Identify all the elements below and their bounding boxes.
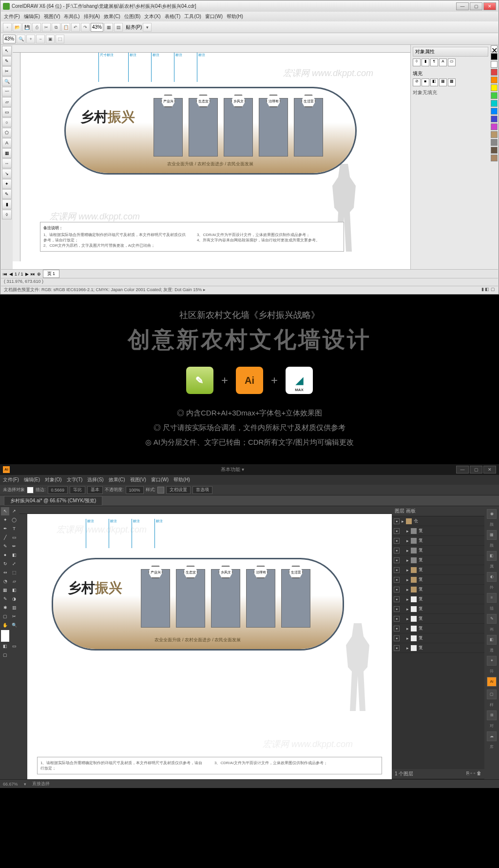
properties-panel-icon[interactable]: ◧ (487, 551, 497, 561)
visibility-icon[interactable]: ● (394, 635, 400, 641)
color-swatch[interactable] (491, 116, 498, 122)
frame-icon[interactable]: ▭ (448, 59, 456, 66)
color-mode-icon[interactable]: ◧ (1, 642, 9, 651)
perspective-icon[interactable]: ▱ (10, 577, 19, 586)
crop-tool-icon[interactable]: ✂ (2, 66, 12, 76)
layer-row[interactable]: ●▸复 (392, 565, 484, 575)
layer-row[interactable]: ●▸复 (392, 594, 484, 604)
save-icon[interactable]: 💾 (22, 23, 31, 32)
menu-item[interactable]: 帮助(H) (173, 476, 190, 483)
undo-icon[interactable]: ↶ (71, 23, 80, 32)
paste-icon[interactable]: 📋 (61, 23, 70, 32)
menu-item[interactable]: 视图(V) (44, 13, 60, 20)
layer-actions[interactable]: ⎘ ▫ ▫ 🗑 (466, 770, 481, 777)
visibility-icon[interactable]: ● (394, 557, 400, 563)
color-swatch[interactable] (491, 147, 498, 154)
eraser-tool-icon[interactable]: ◧ (10, 551, 19, 559)
solid-icon[interactable]: ■ (422, 79, 429, 86)
libraries-panel-icon[interactable]: ☁ (487, 731, 497, 741)
fit-icon[interactable]: ▣ (46, 35, 55, 43)
fit-page-icon[interactable]: ⬚ (56, 35, 64, 43)
cut-icon[interactable]: ✂ (42, 23, 51, 32)
menu-item[interactable]: 帮助(H) (227, 13, 243, 20)
brush-select[interactable]: 基本 (87, 486, 103, 494)
menu-item[interactable]: 对象(O) (45, 476, 61, 483)
visibility-icon[interactable]: ● (394, 518, 400, 524)
new-icon[interactable]: ▫ (3, 23, 12, 32)
tb-icon[interactable]: ▤ (114, 23, 123, 32)
color-swatch[interactable] (491, 123, 498, 130)
menu-item[interactable]: 文件(F) (3, 476, 19, 483)
color-panel-icon[interactable]: ◉ (487, 509, 497, 519)
char-icon[interactable]: A (439, 59, 447, 66)
color-swatch[interactable] (491, 84, 498, 91)
freehand-tool-icon[interactable]: 〰 (2, 87, 12, 97)
lasso-tool-icon[interactable]: ◯ (10, 516, 19, 524)
zoom-in-icon[interactable]: + (26, 35, 35, 43)
snap-label[interactable]: 贴齐(P) (126, 24, 142, 31)
tb-icon[interactable]: ▦ (104, 23, 113, 32)
minimize-button[interactable]: — (456, 2, 469, 10)
open-icon[interactable]: 📂 (13, 23, 21, 32)
zoom-out-icon[interactable]: − (36, 35, 45, 43)
opacity-input[interactable]: 100% (126, 486, 144, 494)
close-button[interactable]: ✕ (483, 2, 496, 10)
menu-item[interactable]: 选择(S) (87, 476, 103, 483)
zoom-tool-icon[interactable]: 🔍 (10, 621, 19, 630)
layer-row[interactable]: ●▸复 (392, 536, 484, 546)
brushes-panel-icon[interactable]: ✎ (487, 614, 497, 624)
symbols-panel-icon[interactable]: ✦ (487, 656, 497, 666)
menu-item[interactable]: 视图(V) (130, 476, 146, 483)
workspace-switcher[interactable]: 基本功能 ▾ (221, 466, 244, 473)
outline-icon[interactable]: ◊ (413, 59, 421, 66)
slice-tool-icon[interactable]: ✂ (10, 612, 19, 621)
zoom-icon[interactable]: 🔍 (17, 35, 25, 43)
type-tool-icon[interactable]: T (10, 525, 19, 533)
polygon-tool-icon[interactable]: ⬠ (2, 128, 12, 138)
stroke-weight-input[interactable]: 0.5669 (48, 486, 68, 494)
nav-last-icon[interactable]: ⏭ (31, 272, 35, 276)
zoom-readout[interactable]: 66.67% (3, 782, 18, 787)
layer-row[interactable]: ●▸仓 (392, 516, 484, 526)
texture-icon[interactable]: ▩ (448, 79, 456, 86)
minimize-button[interactable]: — (456, 466, 469, 473)
pattern-icon[interactable]: ▦ (439, 79, 447, 86)
color-swatch[interactable] (491, 77, 498, 83)
appearance-panel-icon[interactable]: ◐ (487, 572, 497, 582)
doc-setup-button[interactable]: 文档设置 (166, 486, 191, 494)
para-icon[interactable]: ¶ (430, 59, 438, 66)
maximize-button[interactable]: ▢ (470, 466, 482, 473)
layer-row[interactable]: ●▸复 (392, 643, 484, 653)
color-swatch[interactable] (491, 108, 498, 115)
menu-item[interactable]: 编辑(E) (24, 476, 40, 483)
visibility-icon[interactable]: ● (394, 616, 400, 622)
eyedropper-icon[interactable]: ✎ (1, 595, 9, 603)
menu-item[interactable]: 文件(F) (4, 13, 20, 20)
screen-mode-icon[interactable]: ▢ (1, 651, 9, 659)
magic-wand-icon[interactable]: ✦ (1, 516, 9, 524)
design-artwork[interactable]: 乡村振兴 产业兴旺 生态宜居 乡风文明 治理有效 生活富裕 农业全面升级 / 农… (64, 87, 357, 175)
visibility-icon[interactable]: ● (394, 577, 400, 583)
visibility-icon[interactable]: ● (394, 567, 400, 573)
visibility-icon[interactable]: ● (394, 538, 400, 544)
menu-item[interactable]: 效果(C) (104, 13, 120, 20)
style-swatch[interactable] (157, 487, 164, 493)
uniform-select[interactable]: 等比 (70, 486, 85, 494)
graph-tool-icon[interactable]: ▥ (10, 604, 19, 612)
symbol-spray-icon[interactable]: ✱ (1, 604, 9, 612)
menu-item[interactable]: 文字(T) (67, 476, 83, 483)
shape-builder-icon[interactable]: ◔ (1, 577, 9, 586)
layer-row[interactable]: ●▸复 (392, 575, 484, 585)
zoom-tool-icon[interactable]: 🔍 (2, 77, 12, 86)
visibility-icon[interactable]: ● (394, 606, 400, 612)
color-swatch[interactable] (491, 100, 498, 107)
maximize-button[interactable]: ▢ (470, 2, 482, 10)
ellipse-tool-icon[interactable]: ○ (2, 118, 12, 127)
ai-panel-icon[interactable]: Ai (487, 677, 497, 687)
draw-mode-icon[interactable]: ▭ (10, 642, 19, 651)
stroke-panel-icon[interactable]: ≡ (487, 593, 497, 603)
transparency-panel-icon[interactable]: ◧ (487, 635, 497, 645)
menu-item[interactable]: 布局(L) (64, 13, 79, 20)
scale-tool-icon[interactable]: ⤢ (10, 560, 19, 568)
menu-item[interactable]: 位图(B) (124, 13, 140, 20)
